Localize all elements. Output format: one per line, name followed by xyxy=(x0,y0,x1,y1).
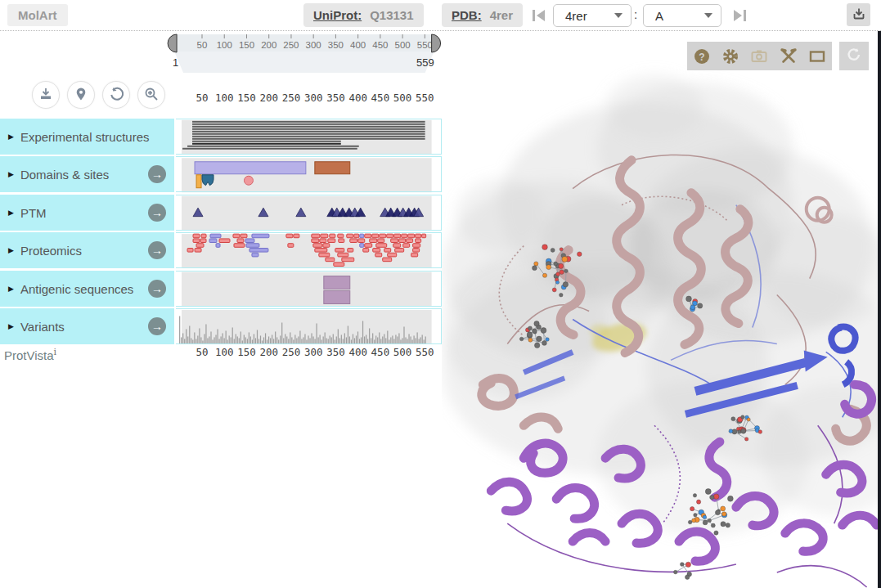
ligand-atom[interactable] xyxy=(551,248,555,252)
ligand-atom[interactable] xyxy=(729,429,733,433)
ligand-atom[interactable] xyxy=(533,329,537,334)
track-data-ptm[interactable] xyxy=(176,195,442,231)
ligand-atom[interactable] xyxy=(690,305,695,310)
ligand-atom[interactable] xyxy=(686,296,692,302)
info-icon[interactable]: i xyxy=(54,347,57,357)
ligand-atom[interactable] xyxy=(542,273,546,277)
ligand-atom[interactable] xyxy=(741,415,744,419)
download-tracks-button[interactable] xyxy=(32,81,60,109)
track-data-experimental-structures[interactable] xyxy=(176,119,442,155)
ligand-atom[interactable] xyxy=(534,343,539,348)
ligand-atom[interactable] xyxy=(541,328,546,334)
ligand-atom[interactable] xyxy=(708,518,712,523)
ligand-atom[interactable] xyxy=(726,523,730,527)
ligand-atom[interactable] xyxy=(534,321,539,326)
ligand-atom[interactable] xyxy=(528,338,533,342)
ligand-atom[interactable] xyxy=(546,338,550,342)
ligand-atom[interactable] xyxy=(697,500,701,504)
skip-next-icon[interactable] xyxy=(730,7,748,25)
track-header-variants[interactable]: ▶ Variants → xyxy=(0,308,174,344)
map-to-structure-button[interactable]: → xyxy=(148,241,166,259)
ruler-handle-right[interactable] xyxy=(432,34,441,52)
expand-frame-icon[interactable] xyxy=(808,47,826,65)
map-to-structure-button[interactable]: → xyxy=(148,165,166,183)
molecule-3d-canvas[interactable] xyxy=(442,31,881,588)
track-header-ptm[interactable]: ▶ PTM → xyxy=(0,195,174,231)
map-to-structure-button[interactable]: → xyxy=(148,280,166,298)
ligand-atom[interactable] xyxy=(690,507,694,511)
track-data-antigenic-sequences[interactable] xyxy=(176,271,442,307)
ligand-atom[interactable] xyxy=(694,514,697,517)
ruler-handle-left[interactable] xyxy=(168,34,177,52)
pdb-link[interactable]: PDB: xyxy=(452,8,482,22)
ligand-atom[interactable] xyxy=(560,248,563,251)
ligand-atom[interactable] xyxy=(542,341,547,346)
ligand-atom[interactable] xyxy=(562,256,568,262)
ligand-atom[interactable] xyxy=(703,515,707,519)
map-to-structure-button[interactable]: → xyxy=(148,317,166,335)
ligand-atom[interactable] xyxy=(560,270,564,274)
ligand-atom[interactable] xyxy=(741,429,746,433)
export-download-button[interactable] xyxy=(847,3,870,26)
ligand-atom[interactable] xyxy=(758,430,762,434)
ligand-atom[interactable] xyxy=(552,288,556,292)
settings-gear-icon[interactable] xyxy=(721,47,739,65)
help-icon[interactable]: ? xyxy=(693,47,711,65)
reset-view-button[interactable] xyxy=(102,81,130,109)
ligand-atom[interactable] xyxy=(727,496,733,501)
ligand-atom[interactable] xyxy=(721,522,726,527)
ligand-atom[interactable] xyxy=(519,337,524,341)
ligand-atom[interactable] xyxy=(559,263,564,268)
map-to-structure-button[interactable]: → xyxy=(148,204,166,222)
ligand-atom[interactable] xyxy=(578,252,582,257)
ligand-atom[interactable] xyxy=(685,575,689,579)
ligand-atom[interactable] xyxy=(680,563,684,567)
ligand-atom[interactable] xyxy=(747,418,750,421)
track-header-domains-sites[interactable]: ▶ Domains & sites → xyxy=(0,156,174,192)
uniprot-link[interactable]: UniProt: xyxy=(313,8,362,22)
track-header-antigenic-sequences[interactable]: ▶ Antigenic sequences → xyxy=(0,271,174,307)
pdb-structure-select[interactable]: 4rer xyxy=(553,4,632,27)
ligand-atom[interactable] xyxy=(560,293,564,297)
ligand-atom[interactable] xyxy=(714,531,718,535)
ligand-atom[interactable] xyxy=(688,520,692,524)
ligand-atom[interactable] xyxy=(692,518,696,523)
reload-structure-button[interactable] xyxy=(839,42,869,70)
ligand-atom[interactable] xyxy=(537,336,542,342)
ligand-atom[interactable] xyxy=(542,245,548,250)
chain-select[interactable]: A xyxy=(643,4,721,27)
zoom-in-button[interactable] xyxy=(137,81,165,109)
ligand-atom[interactable] xyxy=(673,570,677,574)
ligand-atom[interactable] xyxy=(722,512,726,516)
ligand-atom[interactable] xyxy=(534,262,538,266)
ligand-atom[interactable] xyxy=(546,265,551,270)
ligand-atom[interactable] xyxy=(555,281,559,284)
ligand-atom[interactable] xyxy=(744,438,748,441)
ligand-atom[interactable] xyxy=(564,269,568,272)
ligand-atom[interactable] xyxy=(533,266,537,271)
ligand-atom[interactable] xyxy=(703,520,708,525)
track-data-proteomics[interactable] xyxy=(176,232,442,268)
ligand-atom[interactable] xyxy=(721,506,726,511)
skip-previous-icon[interactable] xyxy=(530,7,548,25)
tools-icon[interactable] xyxy=(780,47,798,65)
ligand-atom[interactable] xyxy=(713,494,719,500)
ligand-atom[interactable] xyxy=(554,262,558,266)
ligand-atom[interactable] xyxy=(556,272,560,276)
ligand-atom[interactable] xyxy=(563,282,568,287)
ligand-atom[interactable] xyxy=(715,510,720,515)
track-header-experimental-structures[interactable]: ▶ Experimental structures xyxy=(0,119,174,155)
ligand-atom[interactable] xyxy=(528,326,532,330)
screenshot-camera-icon[interactable] xyxy=(750,47,768,65)
track-header-proteomics[interactable]: ▶ Proteomics → xyxy=(0,232,174,268)
ligand-atom[interactable] xyxy=(698,303,703,308)
ligand-atom[interactable] xyxy=(710,495,714,499)
highlight-pin-button[interactable] xyxy=(67,81,95,109)
ligand-atom[interactable] xyxy=(711,523,715,527)
ligand-atom[interactable] xyxy=(527,332,533,338)
ligand-atom[interactable] xyxy=(693,494,696,497)
ligand-atom[interactable] xyxy=(705,489,711,495)
ligand-atom[interactable] xyxy=(731,417,735,421)
track-data-domains-sites[interactable] xyxy=(176,156,442,192)
ligand-atom[interactable] xyxy=(685,562,690,567)
